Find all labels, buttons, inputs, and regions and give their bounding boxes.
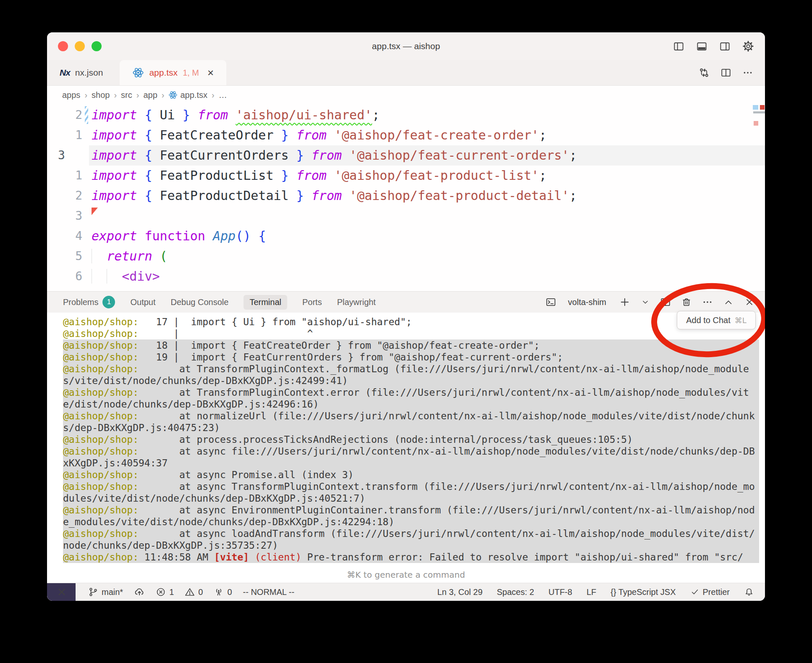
gutter[interactable]: 1 [47,166,89,186]
gutter[interactable]: 2 [47,105,89,125]
breadcrumb-item-apps[interactable]: apps [62,90,80,100]
breadcrumb-item-[interactable]: … [219,90,227,100]
line-number: 4 [75,226,82,246]
breadcrumb-label: app.tsx [180,90,207,100]
breadcrumb-item-src[interactable]: src [121,90,132,100]
code-line: 2import { Ui } from 'aishop/ui-shared'; [47,105,765,125]
status-main[interactable]: main* [88,587,123,597]
ellipsis-icon[interactable] [742,67,753,78]
close-window-button[interactable] [58,41,68,51]
status-ln-3-col-29[interactable]: Ln 3, Col 29 [437,587,482,597]
remote-indicator[interactable] [47,583,76,601]
terminal-output[interactable]: @aishop/shop: 17 | import { Ui } from "a… [47,313,765,567]
breadcrumb-item-shop[interactable]: shop [92,90,110,100]
status-label: -- NORMAL -- [243,587,295,597]
status-1[interactable]: 1 [156,587,174,597]
gutter[interactable]: 5 [47,246,89,266]
panel-tab-problems[interactable]: Problems1 [63,296,115,308]
trash-icon[interactable] [681,297,692,308]
tab-problem-modified-badge: 1, M [183,68,199,78]
check-icon [690,587,699,597]
terminal-hint: ⌘K to generate a command [47,567,765,583]
breadcrumb-label: apps [62,90,80,100]
terminal-line: @aishop/shop: at async EnvironmentPlugin… [63,504,759,528]
tab-label: nx.json [75,68,103,78]
gutter[interactable]: 6 [47,266,89,287]
terminal-line: @aishop/shop: at async file:///Users/jur… [63,445,759,469]
gear-icon[interactable] [742,40,754,52]
panel-tab-terminal[interactable]: Terminal [244,295,287,310]
react-icon [168,90,178,100]
chevron-up-icon[interactable] [723,297,734,308]
split-editor-icon[interactable] [660,297,671,308]
status-cloud-upload[interactable] [134,587,145,597]
panel-tab-output[interactable]: Output [130,297,155,307]
terminal-line: @aishop/shop: 17 | import { Ui } from "a… [63,316,759,328]
tab-label: app.tsx [149,68,178,78]
status-0[interactable]: 0 [214,587,232,597]
compare-changes-icon[interactable] [699,67,710,78]
minimize-window-button[interactable] [75,41,85,51]
tab-nx-json[interactable]: Nxnx.json [47,60,115,85]
status-utf-8[interactable]: UTF-8 [548,587,572,597]
status-0[interactable]: 0 [185,587,203,597]
breadcrumb-label: shop [92,90,110,100]
overview-ruler-mark [760,105,765,110]
tab-app-tsx[interactable]: app.tsx1, M× [120,60,226,85]
ellipsis-icon[interactable] [702,297,713,308]
status-normal[interactable]: -- NORMAL -- [243,587,295,597]
terminal-line: @aishop/shop: at async loadAndTransform … [63,528,759,551]
terminal-instance-name[interactable]: volta-shim [568,297,606,307]
terminal-line: @aishop/shop: | ^ [63,328,759,339]
gutter[interactable]: 3 [47,206,89,226]
panel-tab-label: Playwright [337,297,376,307]
layout-panel-icon[interactable] [696,41,707,52]
gutter[interactable]: 1 [47,125,89,145]
status-typescript-jsx[interactable]: {} TypeScript JSX [610,587,676,597]
add-to-chat-tooltip[interactable]: Add to Chat ⌘L [677,311,756,329]
panel-tab-debug-console[interactable]: Debug Console [171,297,229,307]
gutter[interactable]: 4 [47,226,89,246]
code-text: import { FeatProductDetail } from '@aish… [89,186,765,206]
breadcrumb-separator: › [162,90,165,100]
breadcrumb-item-app[interactable]: app [143,90,157,100]
status-prettier[interactable]: Prettier [690,587,730,597]
vscode-window: app.tsx — aishop Nxnx.jsonapp.tsx1, M× a… [47,32,765,601]
code-line: 1import { FeatCreateOrder } from '@aisho… [47,125,765,145]
plus-icon[interactable] [619,296,631,308]
tab-close-icon[interactable]: × [207,66,214,79]
line-number: 5 [75,246,82,266]
gutter[interactable]: 2 [47,186,89,206]
line-number: 2 [75,186,82,206]
breadcrumb-item-app.tsx[interactable]: app.tsx [168,90,207,100]
code-line: 2import { FeatProductDetail } from '@ais… [47,186,765,206]
line-number: 1 [75,166,82,186]
panel-tab-label: Problems [63,297,98,307]
overview-ruler-mark [753,111,765,113]
code-text: return ( [89,246,765,266]
close-icon[interactable] [744,297,755,308]
status-label: UTF-8 [548,587,572,597]
status-label: LF [587,587,596,597]
status-label: 1 [169,587,174,597]
split-editor-icon[interactable] [720,67,731,78]
line-number: 3 [58,145,65,166]
status-spaces-2[interactable]: Spaces: 2 [497,587,534,597]
status-label: {} TypeScript JSX [610,587,676,597]
code-editor[interactable]: 2import { Ui } from 'aishop/ui-shared';1… [47,104,765,291]
status-bell[interactable] [744,587,754,597]
chevron-down-icon[interactable] [641,297,650,307]
window-title: app.tsx — aishop [47,41,765,51]
panel-tab-ports[interactable]: Ports [302,297,322,307]
panel-tab-playwright[interactable]: Playwright [337,297,376,307]
panel-tab-label: Output [130,297,155,307]
breadcrumb-separator: › [136,90,139,100]
nx-icon: Nx [60,68,70,78]
layout-sidebar-right-icon[interactable] [719,41,731,52]
terminal-line: @aishop/shop: at normalizeUrl (file:///U… [63,410,759,434]
status-lf[interactable]: LF [587,587,596,597]
layout-sidebar-left-icon[interactable] [673,41,684,52]
zoom-window-button[interactable] [92,41,102,51]
gutter[interactable]: 3 [47,145,89,166]
status-label: main* [102,587,123,597]
